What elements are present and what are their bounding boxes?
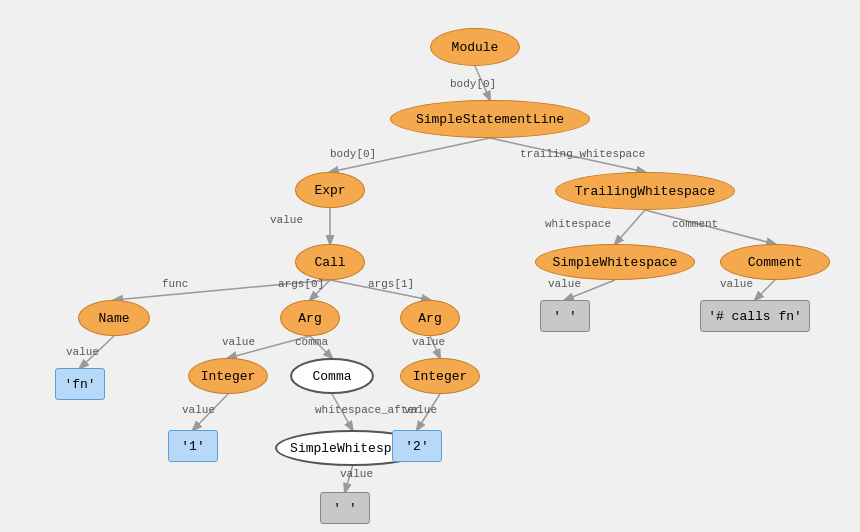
- edge-label: func: [162, 278, 188, 290]
- svg-line-4: [615, 210, 645, 244]
- node-val_fn: 'fn': [55, 368, 105, 400]
- edge-label: value: [412, 336, 445, 348]
- edge-label: value: [404, 404, 437, 416]
- svg-line-10: [755, 280, 775, 300]
- node-arg1: Arg: [280, 300, 340, 336]
- edge-label: args[0]: [278, 278, 324, 290]
- node-name: Name: [78, 300, 150, 336]
- edge-label: whitespace: [545, 218, 611, 230]
- edge-label: comment: [672, 218, 718, 230]
- node-integer2: Integer: [400, 358, 480, 394]
- node-val_1: '1': [168, 430, 218, 462]
- edge-label: value: [548, 278, 581, 290]
- node-val_space2: ' ': [320, 492, 370, 524]
- node-integer1: Integer: [188, 358, 268, 394]
- ast-diagram: ModuleSimpleStatementLineExprTrailingWhi…: [0, 0, 860, 532]
- node-val_space1: ' ': [540, 300, 590, 332]
- node-simplewhitespace1: SimpleWhitespace: [535, 244, 695, 280]
- edge-label: value: [222, 336, 255, 348]
- node-call: Call: [295, 244, 365, 280]
- edge-label: body[0]: [330, 148, 376, 160]
- edge-label: value: [340, 468, 373, 480]
- node-arg2: Arg: [400, 300, 460, 336]
- node-expr: Expr: [295, 172, 365, 208]
- node-comment: Comment: [720, 244, 830, 280]
- edge-label: value: [182, 404, 215, 416]
- node-module: Module: [430, 28, 520, 66]
- edge-label: args[1]: [368, 278, 414, 290]
- node-comma: Comma: [290, 358, 374, 394]
- edge-label: body[0]: [450, 78, 496, 90]
- edge-label: value: [270, 214, 303, 226]
- node-trailingwhitespace: TrailingWhitespace: [555, 172, 735, 210]
- node-val_callsfn: '# calls fn': [700, 300, 810, 332]
- edge-label: value: [720, 278, 753, 290]
- edge-label: comma: [295, 336, 328, 348]
- node-simplestatementline: SimpleStatementLine: [390, 100, 590, 138]
- edge-label: value: [66, 346, 99, 358]
- node-val_2: '2': [392, 430, 442, 462]
- edge-label: trailing_whitespace: [520, 148, 645, 160]
